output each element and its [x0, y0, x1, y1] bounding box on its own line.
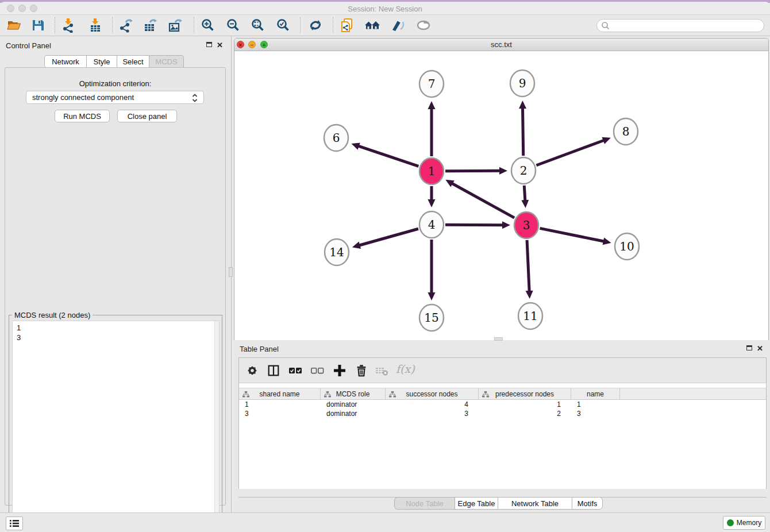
tab-style[interactable]: Style	[86, 55, 117, 68]
column-type-icon	[324, 391, 331, 398]
zoom-out-icon[interactable]	[225, 16, 241, 34]
close-panel-icon[interactable]: ✕	[757, 345, 763, 352]
column-header-name[interactable]: name	[571, 388, 620, 399]
memory-label: Memory	[737, 519, 761, 527]
column-type-icon	[482, 391, 489, 398]
import-table-icon[interactable]	[87, 16, 103, 34]
first-neighbors-icon[interactable]	[364, 16, 380, 34]
unselect-all-columns-icon[interactable]	[309, 362, 326, 379]
float-panel-icon[interactable]	[746, 345, 752, 350]
import-network-icon[interactable]	[60, 16, 76, 34]
table-toolbar: f(x)	[239, 358, 766, 383]
table-panel-title: Table Panel	[240, 345, 279, 353]
result-line: 3	[17, 333, 219, 342]
column-header-mcds-role[interactable]: MCDS role	[321, 388, 386, 399]
graph-node-label: 10	[619, 240, 634, 253]
toolbar-separator	[55, 17, 55, 33]
refresh-network-icon[interactable]	[307, 16, 324, 34]
graph-edge-3-11[interactable]	[527, 240, 529, 292]
style-brush-icon[interactable]	[390, 16, 406, 34]
float-panel-icon[interactable]	[206, 42, 212, 47]
settings-gear-icon[interactable]	[244, 362, 261, 379]
graph-edge-arrowhead	[428, 199, 436, 207]
tab-motifs[interactable]: Motifs	[572, 497, 603, 510]
table-panel: Table Panel ✕	[234, 342, 770, 512]
graph-edge-3-1[interactable]	[452, 183, 514, 218]
network-canvas[interactable]: 7968124314101511	[234, 51, 768, 340]
tab-node-table[interactable]: Node Table	[394, 497, 455, 510]
result-scrollbar[interactable]	[214, 321, 219, 529]
network-window-title: scc.txt	[234, 40, 768, 49]
search-field[interactable]	[596, 19, 764, 32]
optimization-criterion-select[interactable]: strongly connected component	[26, 91, 204, 104]
selected-option: strongly connected component	[32, 93, 134, 102]
open-file-icon[interactable]	[6, 16, 22, 34]
column-header-successor-nodes[interactable]: successor nodes	[386, 388, 479, 399]
close-panel-button[interactable]: Close panel	[117, 110, 177, 122]
network-view-window: × − + scc.txt 7968124314101511	[234, 38, 769, 340]
graph-edge-arrowhead	[521, 200, 529, 208]
table-header-row: shared name MCDS role successor nodes pr…	[239, 388, 766, 400]
graph-edge-1-6[interactable]	[358, 146, 419, 167]
table-row[interactable]: 1 dominator 4 1 1	[239, 400, 766, 409]
graph-edge-arrowhead	[502, 221, 510, 229]
clone-network-icon[interactable]	[339, 16, 355, 34]
graph-edge-arrowhead	[428, 101, 436, 109]
tab-edge-table[interactable]: Edge Table	[455, 497, 498, 510]
zoom-fit-icon[interactable]	[250, 16, 266, 34]
graph-edge-3-10[interactable]	[540, 228, 604, 241]
node-table-container: f(x) shared name MCDS role successor nod…	[238, 357, 767, 498]
save-session-icon[interactable]	[30, 16, 46, 34]
memory-button[interactable]: Memory	[723, 516, 765, 530]
vertical-splitter-handle[interactable]	[229, 267, 233, 277]
graph-edge-arrowhead	[603, 238, 611, 245]
table-row[interactable]: 3 dominator 3 2 3	[239, 409, 766, 418]
graph-node-label: 1	[428, 164, 436, 178]
zoom-selected-icon[interactable]	[275, 16, 291, 34]
status-bar: Memory	[0, 512, 770, 532]
delete-column-icon[interactable]	[353, 362, 370, 379]
toolbar-separator	[194, 17, 194, 33]
mcds-result-textarea[interactable]: 1 3	[12, 321, 220, 530]
function-builder-icon-disabled: f(x)	[396, 363, 415, 375]
export-network-icon[interactable]	[118, 16, 134, 34]
select-all-columns-icon[interactable]	[287, 362, 304, 379]
add-column-icon[interactable]	[331, 362, 348, 379]
table-panel-footer	[238, 489, 767, 497]
graph-edge-4-3[interactable]	[445, 225, 503, 225]
close-panel-icon[interactable]: ✕	[217, 42, 223, 48]
horizontal-splitter-handle[interactable]	[494, 337, 503, 341]
split-columns-icon[interactable]	[265, 362, 282, 379]
run-mcds-button[interactable]: Run MCDS	[55, 110, 110, 122]
mcds-result-group: MCDS result (2 nodes) 1 3	[9, 315, 222, 532]
network-graph: 7968124314101511	[234, 51, 768, 340]
column-type-icon	[389, 391, 396, 398]
tab-select[interactable]: Select	[117, 55, 149, 68]
graph-node-label: 15	[424, 311, 438, 325]
graph-node-label: 6	[333, 131, 340, 145]
main-toolbar	[0, 15, 770, 36]
export-image-icon[interactable]	[167, 16, 183, 34]
graph-edge-arrowhead	[519, 101, 526, 109]
graph-edge-4-14[interactable]	[359, 229, 418, 245]
graph-edge-2-8[interactable]	[536, 140, 604, 165]
optimization-criterion-label: Optimization criterion:	[5, 79, 225, 88]
graph-edge-1-2[interactable]	[445, 171, 500, 171]
graph-edge-2-3[interactable]	[524, 186, 525, 201]
task-history-button[interactable]	[6, 516, 23, 530]
tab-network-table[interactable]: Network Table	[498, 497, 572, 510]
search-input[interactable]	[610, 22, 754, 30]
graph-edge-arrowhead	[428, 292, 436, 300]
node-table: shared name MCDS role successor nodes pr…	[239, 388, 766, 418]
column-header-shared-name[interactable]: shared name	[239, 388, 321, 399]
toolbar-separator	[300, 17, 301, 33]
zoom-in-icon[interactable]	[200, 16, 216, 34]
column-header-predecessor-nodes[interactable]: predecessor nodes	[479, 388, 571, 399]
network-window-titlebar[interactable]: × − + scc.txt	[234, 38, 768, 51]
tab-mcds[interactable]: MCDS	[149, 55, 184, 68]
graph-node-label: 9	[519, 76, 526, 90]
app-titlebar: Session: New Session	[0, 2, 770, 15]
graph-edge-2-9[interactable]	[523, 107, 523, 156]
export-table-icon[interactable]	[142, 16, 158, 34]
tab-network[interactable]: Network	[44, 55, 87, 68]
